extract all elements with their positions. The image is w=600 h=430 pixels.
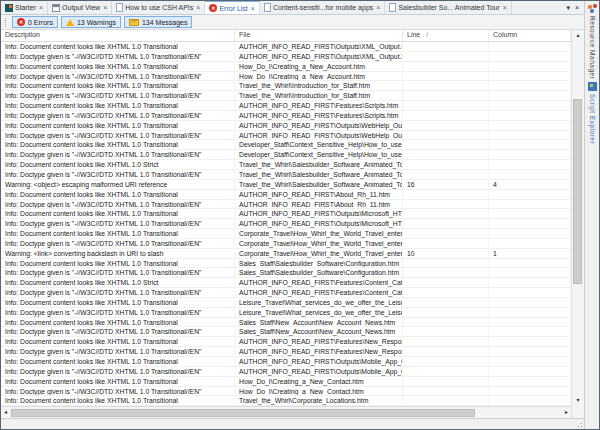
- table-row[interactable]: Info: Doctype given is "-//W3C//DTD XHTM…: [1, 200, 571, 210]
- cell-column: [489, 259, 571, 268]
- cell-description: Info: Doctype given is "-//W3C//DTD XHTM…: [1, 91, 235, 100]
- tab-overflow-icon[interactable]: ▾: [566, 4, 570, 12]
- table-row[interactable]: Info: Doctype given is "-//W3C//DTD XHTM…: [1, 52, 571, 62]
- tab-content-sensiti-for-mobile-apps[interactable]: Content-sensiti...for mobile apps ×: [260, 1, 385, 14]
- tab-close-icon[interactable]: ×: [103, 4, 107, 11]
- scroll-down-icon[interactable]: ▾: [576, 395, 579, 406]
- tab-starter[interactable]: Starter ×: [1, 1, 48, 14]
- table-row[interactable]: Info: Doctype given is "-//W3C//DTD XHTM…: [1, 327, 571, 337]
- table-row[interactable]: Info: Document content looks like XHTML …: [1, 42, 571, 52]
- table-row[interactable]: Info: Document content looks like XHTML …: [1, 81, 571, 91]
- scroll-left-icon[interactable]: ◂: [1, 407, 10, 418]
- table-row[interactable]: Warning: <link> converting backslash in …: [1, 249, 571, 259]
- cell-description: Info: Document content looks like XHTML …: [1, 190, 235, 199]
- cell-column: [489, 357, 571, 366]
- errors-filter-button[interactable]: 0 Errors: [12, 16, 58, 28]
- cell-description: Info: Document content looks like XHTML …: [1, 62, 235, 71]
- table-row[interactable]: Info: Document content looks like XHTML …: [1, 229, 571, 239]
- cell-column: [489, 268, 571, 277]
- column-header-column[interactable]: Column: [489, 30, 571, 41]
- table-row[interactable]: Info: Document content looks like XHTML …: [1, 396, 571, 406]
- tab-close-icon[interactable]: ×: [251, 5, 255, 12]
- cell-file: Travel_the_Whirl\Salesbuilder_Software_A…: [235, 170, 403, 179]
- tabbar-close-icon[interactable]: ×: [575, 4, 579, 11]
- cell-line: [403, 62, 489, 71]
- column-header-file[interactable]: File: [235, 30, 403, 41]
- cell-description: Info: Doctype given is "-//W3C//DTD XHTM…: [1, 239, 235, 248]
- cell-column: [489, 367, 571, 376]
- cell-line: [403, 229, 489, 238]
- table-row[interactable]: Info: Doctype given is "-//W3C//DTD XHTM…: [1, 239, 571, 249]
- cell-file: AUTHOR_INFO_READ_FIRST\Outputs\Microsoft…: [235, 219, 403, 228]
- table-row[interactable]: Info: Doctype given is "-//W3C//DTD XHTM…: [1, 347, 571, 357]
- horizontal-scrollbar[interactable]: ◂ ▸: [1, 406, 571, 418]
- table-row[interactable]: Info: Document content looks like XHTML …: [1, 259, 571, 269]
- tab-close-icon[interactable]: ×: [376, 4, 380, 11]
- cell-line: [403, 170, 489, 179]
- table-row[interactable]: Info: Doctype given is "-//W3C//DTD XHTM…: [1, 367, 571, 377]
- warnings-filter-button[interactable]: 13 Warnings: [61, 16, 121, 28]
- table-row[interactable]: Info: Doctype given is "-//W3C//DTD XHTM…: [1, 150, 571, 160]
- table-row[interactable]: Info: Doctype given is "-//W3C//DTD XHTM…: [1, 91, 571, 101]
- tab-error-list[interactable]: Error List ×: [205, 1, 260, 14]
- panel-tab-script-explorer[interactable]: Script Explorer: [589, 94, 596, 144]
- table-row[interactable]: Info: Doctype given is "-//W3C//DTD XHTM…: [1, 72, 571, 82]
- table-row[interactable]: Info: Doctype given is "-//W3C//DTD XHTM…: [1, 219, 571, 229]
- vertical-scroll-thumb[interactable]: [573, 99, 582, 284]
- cell-file: How_Do_I\Creating_a_New_Contact.htm: [235, 387, 403, 396]
- cell-file: AUTHOR_INFO_READ_FIRST\Outputs\Microsoft…: [235, 209, 403, 218]
- table-row[interactable]: Info: Doctype given is "-//W3C//DTD XHTM…: [1, 131, 571, 141]
- table-row[interactable]: Info: Document content looks like XHTML …: [1, 318, 571, 328]
- horizontal-scroll-track[interactable]: [10, 408, 562, 418]
- vertical-scrollbar[interactable]: ▴ ▾: [571, 30, 584, 418]
- vertical-scroll-track[interactable]: [572, 41, 584, 395]
- table-row[interactable]: Info: Document content looks like XHTML …: [1, 140, 571, 150]
- table-row[interactable]: Info: Doctype given is "-//W3C//DTD XHTM…: [1, 387, 571, 397]
- page-icon: [264, 3, 271, 12]
- scroll-up-icon[interactable]: ▴: [576, 30, 579, 41]
- tab-close-icon[interactable]: ×: [196, 4, 200, 11]
- messages-filter-button[interactable]: 134 Messages: [124, 16, 193, 28]
- table-row[interactable]: Info: Doctype given is "-//W3C//DTD XHTM…: [1, 268, 571, 278]
- tab-how-to-use-csh-apis[interactable]: How to use CSH APIs ×: [112, 1, 205, 14]
- table-row[interactable]: Info: Document content looks like XHTML …: [1, 101, 571, 111]
- table-row[interactable]: Info: Document content looks like XHTML …: [1, 337, 571, 347]
- column-header-line[interactable]: Line /: [403, 30, 489, 41]
- tabbar-controls: ▾ ×: [561, 1, 584, 14]
- tab-close-icon[interactable]: ×: [39, 4, 43, 11]
- cell-column: [489, 396, 571, 405]
- tab-output-view[interactable]: Output View ×: [48, 1, 112, 14]
- column-header-description[interactable]: Description: [1, 30, 235, 41]
- table-body: Info: Document content looks like XHTML …: [1, 42, 571, 406]
- cell-line: [403, 337, 489, 346]
- cell-line: [403, 140, 489, 149]
- table-row[interactable]: Info: Document content looks like XHTML …: [1, 357, 571, 367]
- table-row[interactable]: Info: Document content looks like XHTML …: [1, 209, 571, 219]
- cell-line: 16: [403, 180, 489, 189]
- tab-salesbuilder-so-animated-tour[interactable]: Salesbuilder So... Animated Tour ×: [385, 1, 512, 14]
- table-row[interactable]: Warning: <object> escaping malformed URI…: [1, 180, 571, 190]
- table-row[interactable]: Info: Doctype given is "-//W3C//DTD XHTM…: [1, 308, 571, 318]
- cell-file: Corporate_Travel\How_Whirl_the_World_Tra…: [235, 239, 403, 248]
- cell-column: [489, 377, 571, 386]
- table-row[interactable]: Info: Document content looks like XHTML …: [1, 62, 571, 72]
- tab-close-icon[interactable]: ×: [503, 4, 507, 11]
- cell-line: [403, 239, 489, 248]
- table-row[interactable]: Info: Document content looks like XHTML …: [1, 298, 571, 308]
- resize-grip[interactable]: [581, 426, 583, 428]
- table-row[interactable]: Info: Doctype given is "-//W3C//DTD XHTM…: [1, 288, 571, 298]
- cell-line: [403, 209, 489, 218]
- panel-tab-resource-manager[interactable]: Resource Manager: [589, 16, 596, 79]
- table-row[interactable]: Info: Document content looks like XHTML …: [1, 121, 571, 131]
- right-panel-strip: Resource Manager Script Explorer: [584, 1, 599, 429]
- cell-description: Info: Document content looks like XHTML …: [1, 81, 235, 90]
- cell-column: [489, 91, 571, 100]
- scroll-right-icon[interactable]: ▸: [562, 407, 571, 418]
- table-row[interactable]: Info: Doctype given is "-//W3C//DTD XHTM…: [1, 170, 571, 180]
- table-row[interactable]: Info: Document content looks like XHTML …: [1, 377, 571, 387]
- horizontal-scroll-thumb[interactable]: [11, 409, 475, 417]
- table-row[interactable]: Info: Document content looks like XHTML …: [1, 190, 571, 200]
- table-row[interactable]: Info: Document content looks like XHTML …: [1, 278, 571, 288]
- table-row[interactable]: Info: Doctype given is "-//W3C//DTD XHTM…: [1, 111, 571, 121]
- table-row[interactable]: Info: Document content looks like XHTML …: [1, 160, 571, 170]
